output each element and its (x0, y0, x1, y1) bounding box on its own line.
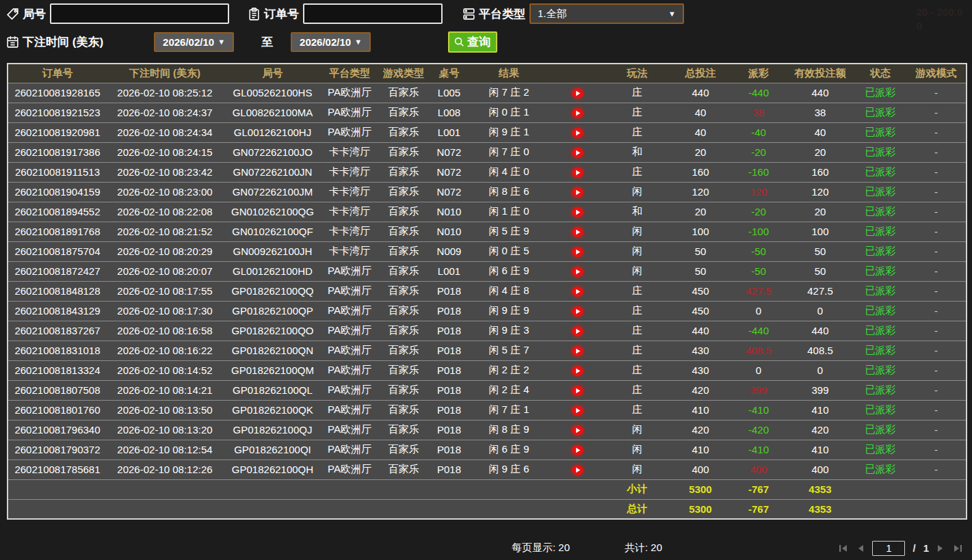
play-button[interactable] (571, 88, 584, 99)
play-button[interactable] (571, 286, 584, 297)
result-cell: 闲 0 庄 5 (468, 241, 550, 261)
next-page-button[interactable] (936, 544, 945, 553)
play-button[interactable] (571, 345, 584, 357)
play-type-cell: 庄 (605, 103, 670, 122)
date-from-picker[interactable]: 2026/02/10 ▼ (154, 32, 234, 52)
table-row[interactable]: 260210081785681 2026-02-10 08:12:26 GP01… (8, 459, 967, 479)
play-button[interactable] (571, 206, 584, 218)
play-cell (550, 162, 605, 182)
table-row[interactable]: 260210081921523 2026-02-10 08:24:37 GL00… (8, 103, 967, 122)
bet-time-cell: 2026-02-10 08:12:54 (107, 440, 223, 459)
play-icon (571, 365, 584, 377)
table-row[interactable]: 260210081843129 2026-02-10 08:17:30 GP01… (8, 301, 967, 321)
status-cell: 已派彩 (854, 162, 906, 182)
table-row[interactable]: 260210081875704 2026-02-10 08:20:29 GN00… (8, 241, 967, 261)
table-row[interactable]: 260210081790372 2026-02-10 08:12:54 GP01… (8, 440, 967, 459)
date-to-picker[interactable]: 2026/02/10 ▼ (291, 32, 371, 52)
bet-time-cell: 2026-02-10 08:16:58 (107, 321, 223, 341)
play-button[interactable] (571, 306, 584, 317)
play-button[interactable] (571, 147, 584, 159)
bet-time-cell: 2026-02-10 08:20:29 (107, 241, 223, 261)
order-id-cell: 260210081917386 (8, 142, 107, 162)
play-button[interactable] (571, 444, 584, 456)
table-row[interactable]: 260210081831018 2026-02-10 08:16:22 GP01… (8, 341, 967, 360)
payout-cell: -100 (731, 222, 786, 241)
play-button[interactable] (571, 266, 584, 278)
table-row[interactable]: 260210081917386 2026-02-10 08:24:15 GN07… (8, 142, 967, 162)
subtotal-spacer (8, 479, 605, 499)
column-header: 派彩 (731, 64, 786, 83)
round-id-input[interactable] (50, 3, 229, 24)
valid-bet-cell: 20 (786, 202, 854, 222)
prev-page-button[interactable] (856, 544, 865, 553)
play-button[interactable] (571, 464, 584, 476)
play-cell (550, 241, 605, 261)
play-button[interactable] (571, 107, 584, 119)
result-cell: 闲 6 庄 9 (468, 440, 550, 459)
filter-panel: 局号 订单号 平台类型 1.全部 ▼ (0, 0, 972, 55)
order-id-cell: 260210081875704 (8, 241, 107, 261)
table-no-cell: P018 (430, 301, 468, 321)
table-row[interactable]: 260210081813324 2026-02-10 08:14:52 GP01… (8, 360, 967, 380)
table-row[interactable]: 260210081807508 2026-02-10 08:14:21 GP01… (8, 380, 967, 400)
table-no-cell: N072 (430, 162, 468, 182)
play-button[interactable] (571, 226, 584, 238)
total-label: 总计 (605, 499, 670, 519)
play-cell (550, 420, 605, 440)
column-header: 结果 (468, 64, 550, 83)
last-page-button[interactable] (952, 544, 962, 553)
table-row[interactable]: 260210081796340 2026-02-10 08:13:20 GP01… (8, 420, 967, 440)
table-no-cell: P018 (430, 341, 468, 360)
total-pages-label: 1 (923, 542, 929, 554)
round-id-cell: GP018262100QI (223, 440, 322, 459)
play-button[interactable] (571, 425, 584, 436)
play-button[interactable] (571, 405, 584, 416)
bet-time-cell: 2026-02-10 08:17:55 (107, 281, 223, 301)
table-row[interactable]: 260210081928165 2026-02-10 08:25:12 GL00… (8, 83, 967, 103)
play-button[interactable] (571, 167, 584, 178)
table-no-cell: N010 (430, 222, 468, 241)
play-button[interactable] (571, 385, 584, 397)
play-button[interactable] (571, 187, 584, 198)
table-row[interactable]: 260210081837267 2026-02-10 08:16:58 GP01… (8, 321, 967, 341)
platform-type-select[interactable]: 1.全部 ▼ (529, 3, 684, 24)
page-number-input[interactable] (872, 541, 905, 556)
first-page-button[interactable] (839, 544, 849, 553)
game-type-cell: 百家乐 (377, 380, 430, 400)
table-row[interactable]: 260210081911513 2026-02-10 08:23:42 GN07… (8, 162, 967, 182)
play-button[interactable] (571, 246, 584, 258)
game-mode-cell: - (906, 222, 967, 241)
table-row[interactable]: 260210081891768 2026-02-10 08:21:52 GN01… (8, 222, 967, 241)
round-id-cell: GN009262100JH (223, 241, 322, 261)
payout-cell: -20 (731, 202, 786, 222)
table-row[interactable]: 260210081801760 2026-02-10 08:13:50 GP01… (8, 400, 967, 420)
search-button[interactable]: 查询 (448, 31, 497, 53)
valid-bet-cell: 38 (786, 103, 854, 122)
bet-time-cell: 2026-02-10 08:14:21 (107, 380, 223, 400)
status-cell: 已派彩 (854, 122, 906, 142)
table-row[interactable]: 260210081848128 2026-02-10 08:17:55 GP01… (8, 281, 967, 301)
table-row[interactable]: 260210081904159 2026-02-10 08:23:00 GN07… (8, 182, 967, 202)
table-row[interactable]: 260210081872427 2026-02-10 08:20:07 GL00… (8, 261, 967, 281)
play-icon (571, 246, 584, 258)
play-cell (550, 459, 605, 479)
round-id-cell: GN010262100QG (223, 202, 322, 222)
play-icon (571, 345, 584, 357)
result-cell: 闲 7 庄 2 (468, 83, 550, 103)
play-button[interactable] (571, 325, 584, 337)
order-id-input[interactable] (303, 3, 443, 24)
game-type-cell: 百家乐 (377, 400, 430, 420)
result-cell: 闲 7 庄 1 (468, 400, 550, 420)
table-no-cell: N072 (430, 142, 468, 162)
valid-bet-cell: 20 (786, 142, 854, 162)
table-row[interactable]: 260210081920981 2026-02-10 08:24:34 GL00… (8, 122, 967, 142)
payout-cell: 399 (731, 380, 786, 400)
status-cell: 已派彩 (854, 281, 906, 301)
play-icon (571, 266, 584, 278)
play-button[interactable] (571, 127, 584, 139)
table-row[interactable]: 260210081894552 2026-02-10 08:22:08 GN01… (8, 202, 967, 222)
platform-cell: PA欧洲厅 (322, 400, 377, 420)
game-type-cell: 百家乐 (377, 182, 430, 202)
play-button[interactable] (571, 365, 584, 377)
total-bet-cell: 120 (670, 182, 731, 202)
